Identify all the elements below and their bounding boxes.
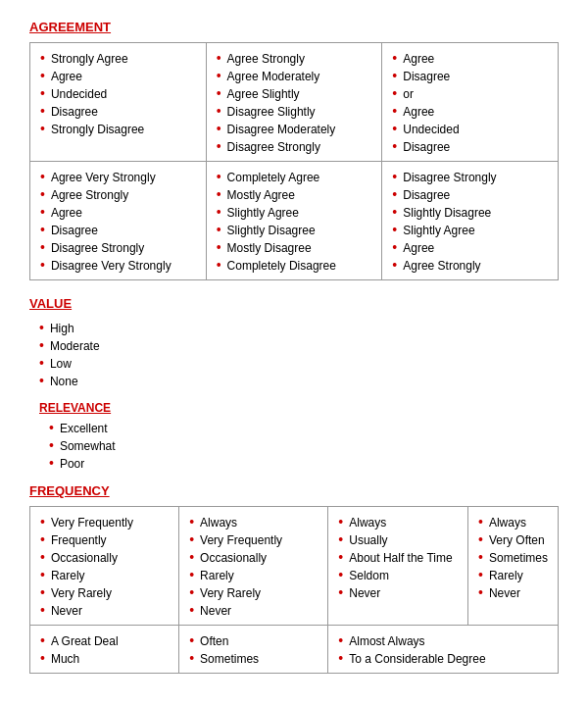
list-item: Agree Very Strongly	[40, 168, 196, 185]
list-item: Completely Agree	[217, 168, 372, 185]
agreement-cell-2-3: Disagree Strongly Disagree Slightly Disa…	[382, 162, 559, 280]
list-item: Agree Strongly	[40, 185, 196, 203]
frequency-cell-2-1: A Great Deal Much	[30, 626, 179, 674]
list-item: Moderate	[39, 336, 559, 354]
list-item: Disagree	[392, 67, 548, 84]
list-item: A Great Deal	[40, 631, 169, 649]
agreement-title: AGREEMENT	[29, 20, 559, 34]
agreement-cell-1-3: Agree Disagree or Agree Undecided Disagr…	[382, 43, 559, 162]
frequency-list-2-2: Often Sometimes	[189, 631, 318, 667]
list-item: Sometimes	[478, 548, 548, 566]
frequency-row-2: A Great Deal Much Often Sometimes Almost…	[30, 626, 559, 674]
agreement-list-2-2: Completely Agree Mostly Agree Slightly A…	[217, 168, 372, 274]
frequency-table: Very Frequently Frequently Occasionally …	[29, 506, 559, 674]
list-item: Disagree	[392, 185, 548, 203]
list-item: Agree Strongly	[217, 49, 372, 67]
list-item: Frequently	[40, 530, 169, 548]
relevance-list: Excellent Somewhat Poor	[39, 419, 559, 472]
agreement-list-1-2: Agree Strongly Agree Moderately Agree Sl…	[217, 49, 372, 155]
list-item: High	[39, 319, 559, 336]
list-item: Rarely	[478, 566, 548, 583]
list-item: Very Frequently	[189, 530, 318, 548]
list-item: Agree Slightly	[217, 84, 372, 102]
list-item: Poor	[49, 454, 559, 472]
list-item: Often	[189, 631, 318, 649]
frequency-list-1-2: Always Very Frequently Occasionally Rare…	[189, 513, 318, 619]
list-item: Seldom	[338, 566, 458, 583]
agreement-cell-2-1: Agree Very Strongly Agree Strongly Agree…	[30, 162, 207, 280]
list-item: Occasionally	[189, 548, 318, 566]
list-item: Agree	[40, 67, 196, 84]
list-item: Disagree	[40, 102, 196, 120]
list-item: Disagree Strongly	[392, 168, 548, 185]
list-item: Strongly Agree	[40, 49, 196, 67]
agreement-list-1-1: Strongly Agree Agree Undecided Disagree …	[40, 49, 196, 137]
list-item: Agree	[392, 102, 548, 120]
list-item: Mostly Disagree	[217, 238, 372, 256]
list-item: Never	[40, 601, 169, 619]
frequency-list-1-1: Very Frequently Frequently Occasionally …	[40, 513, 169, 619]
list-item: Disagree	[392, 137, 548, 155]
list-item: Disagree Moderately	[217, 120, 372, 137]
list-item: Never	[189, 601, 318, 619]
list-item: Much	[40, 649, 169, 667]
list-item: Very Frequently	[40, 513, 169, 530]
list-item: or	[392, 84, 548, 102]
list-item: Agree	[392, 49, 548, 67]
frequency-list-2-3: Almost Always To a Considerable Degree	[338, 631, 548, 667]
agreement-cell-2-2: Completely Agree Mostly Agree Slightly A…	[206, 162, 382, 280]
agreement-section: AGREEMENT Strongly Agree Agree Undecided…	[29, 20, 559, 280]
frequency-row-1: Very Frequently Frequently Occasionally …	[30, 507, 559, 626]
frequency-cell-2-3: Almost Always To a Considerable Degree	[328, 626, 559, 674]
list-item: Agree Strongly	[392, 256, 548, 274]
list-item: To a Considerable Degree	[338, 649, 548, 667]
list-item: Undecided	[40, 84, 196, 102]
list-item: Mostly Agree	[217, 185, 372, 203]
value-section: VALUE High Moderate Low None	[29, 296, 559, 389]
list-item: Rarely	[189, 566, 318, 583]
list-item: Very Often	[478, 530, 548, 548]
frequency-cell-1-3: Always Usually About Half the Time Seldo…	[328, 507, 468, 626]
frequency-list-1-3: Always Usually About Half the Time Seldo…	[338, 513, 458, 601]
list-item: Agree	[40, 203, 196, 221]
agreement-list-1-3: Agree Disagree or Agree Undecided Disagr…	[392, 49, 548, 155]
agreement-row-2: Agree Very Strongly Agree Strongly Agree…	[30, 162, 559, 280]
list-item: Disagree Strongly	[40, 238, 196, 256]
list-item: Very Rarely	[189, 583, 318, 601]
list-item: Agree Moderately	[217, 67, 372, 84]
agreement-table: Strongly Agree Agree Undecided Disagree …	[29, 42, 559, 280]
frequency-cell-2-2: Often Sometimes	[179, 626, 328, 674]
list-item: Excellent	[49, 419, 559, 436]
list-item: Always	[189, 513, 318, 530]
frequency-section: FREQUENCY Very Frequently Frequently Occ…	[29, 483, 559, 674]
list-item: Occasionally	[40, 548, 169, 566]
list-item: Disagree	[40, 221, 196, 238]
list-item: Agree	[392, 238, 548, 256]
frequency-list-2-1: A Great Deal Much	[40, 631, 169, 667]
frequency-cell-1-2: Always Very Frequently Occasionally Rare…	[179, 507, 328, 626]
list-item: Never	[478, 583, 548, 601]
list-item: Disagree Very Strongly	[40, 256, 196, 274]
list-item: Sometimes	[189, 649, 318, 667]
list-item: Always	[478, 513, 548, 530]
list-item: Slightly Agree	[392, 221, 548, 238]
frequency-cell-1-4: Always Very Often Sometimes Rarely Never	[468, 507, 559, 626]
agreement-cell-1-1: Strongly Agree Agree Undecided Disagree …	[30, 43, 207, 162]
list-item: Very Rarely	[40, 583, 169, 601]
agreement-row-1: Strongly Agree Agree Undecided Disagree …	[30, 43, 559, 162]
list-item: Strongly Disagree	[40, 120, 196, 137]
list-item: Always	[338, 513, 458, 530]
list-item: Disagree Slightly	[217, 102, 372, 120]
list-item: Slightly Disagree	[392, 203, 548, 221]
frequency-cell-1-1: Very Frequently Frequently Occasionally …	[30, 507, 179, 626]
list-item: Almost Always	[338, 631, 548, 649]
list-item: Low	[39, 354, 559, 372]
list-item: Undecided	[392, 120, 548, 137]
relevance-title: RELEVANCE	[39, 401, 559, 415]
list-item: Usually	[338, 530, 458, 548]
list-item: Never	[338, 583, 458, 601]
agreement-cell-1-2: Agree Strongly Agree Moderately Agree Sl…	[206, 43, 382, 162]
list-item: Somewhat	[49, 436, 559, 454]
list-item: None	[39, 372, 559, 389]
frequency-list-1-4: Always Very Often Sometimes Rarely Never	[478, 513, 548, 601]
